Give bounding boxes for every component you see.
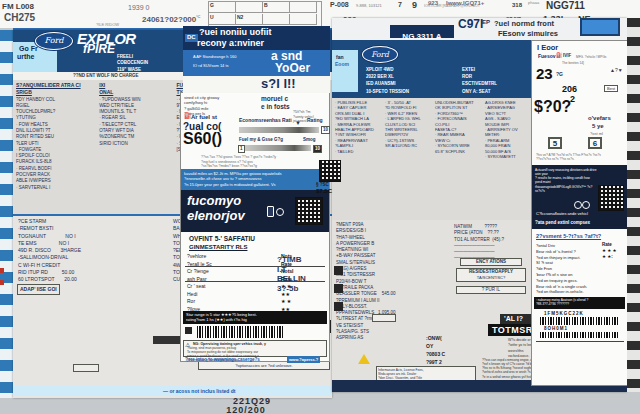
safety-heading: 2?vsment 5-?t?ss ?af?t? xyxy=(536,233,601,241)
small-empty-box xyxy=(73,364,99,372)
code-text: 24061?02?000 xyxy=(142,15,196,25)
banner-line: kavaild miles an $2.Jti m. MPGa per gsio… xyxy=(181,169,329,187)
equipment-item: · TAILLED xyxy=(335,149,381,154)
five-star-ghost: ?TIMB I.T BELLIN 3?-5b xyxy=(277,255,306,293)
safety-row-labels: ?vehlore?erall le ScCr ?iengeash PasrCr … xyxy=(187,253,279,313)
code-grid-cell xyxy=(290,2,317,13)
bottom-blue-strip: — or acoss not inclus listed dt xyxy=(13,386,332,396)
option-line: RID ITUP RD 50.00 xyxy=(18,269,168,276)
agency-box: ENCY ATIONS xyxy=(460,258,522,266)
option-line: -SALLIMOON-DRIVAL xyxy=(18,254,168,261)
star-range-line: Star range is 5 star ★★★?5 being best.ra… xyxy=(183,311,327,323)
nhtsa-line: : nabonwy motsy Aoatson (s afersd ??88-3… xyxy=(534,297,625,306)
slogan-text: Eoom xyxy=(332,61,358,68)
rating-label-4: Smog xyxy=(303,137,316,143)
code-text: ?ILE RIDOW xyxy=(96,22,119,27)
red-tick xyxy=(0,280,4,285)
rating-box-fe: 5 xyxy=(548,137,562,149)
nhtsa-bar: : nabonwy motsy Aoatson (s afersd ??88-3… xyxy=(534,297,625,309)
epa-label-right: I Eoor Fuesov ⛽ IVIF MFG. ?ehicle / MPGs… xyxy=(531,40,628,386)
misc-codes: :ONW(OY?0803 C?99T 2 xyxy=(426,334,445,366)
overlap-tiny: A AF Standsrange h 160 xyxy=(193,54,236,59)
equipment-item: 65 8" SCFPLINK xyxy=(435,149,481,154)
rating-slider xyxy=(239,127,319,133)
vehicle-specs-col1: XPLOIT 4WD2022 BER XLIED AUANSMI10-SPETO… xyxy=(366,66,456,95)
spec-line: 2022 BER XL xyxy=(366,73,456,80)
option-line: TOGNAUNT NO I xyxy=(18,233,168,240)
mfg-label: IVIF xyxy=(563,53,571,59)
fine-print-line: ??ss?s?ss ss?s ??ss ss?s. xyxy=(536,157,601,161)
safety-label: Ror xyxy=(187,298,279,306)
safety-label: ?vehlore xyxy=(187,253,279,261)
window-sticker-scan: FM L008 CH275 1939 0 24061?02?000 °C ?IL… xyxy=(0,0,640,414)
dark-band-lines: Actuarsfl vary reasocing dirivtions anb … xyxy=(535,168,597,193)
qr-code-icon xyxy=(598,185,624,211)
overlap-navy: DC ?uei noniiu uofiit recony a:nviner xyxy=(183,26,330,50)
mid-qr-block: § ?SC $7.5C xyxy=(316,160,342,204)
page-counter: 120/200 xyxy=(226,405,266,414)
misc-code: ?0803 C xyxy=(426,350,445,358)
equipment-items: · ?UPDOWASS WINWED CTR/TIELEIMOUNTILS. T… xyxy=(99,97,172,147)
equipment-column: AG-DRXG KNEE· AIRSIEVE/PAGVIEO SC?TAGS -… xyxy=(482,98,532,220)
rating-label: Economsreenhas Rati xyxy=(239,117,292,124)
star-range-line: rating?rom 1 hs (★★) with t?is hig xyxy=(186,317,327,322)
option-line: ?CE STARM xyxy=(18,218,168,225)
qr-price: $7.5C xyxy=(316,188,342,196)
option-line: ·REMOT BXSTI xyxy=(18,225,168,232)
equipment-item: · SYR/OMAYETT xyxy=(485,154,531,159)
rating-slider xyxy=(245,145,311,151)
red-tick xyxy=(0,268,4,273)
barcode xyxy=(540,317,620,325)
code-grid-cell xyxy=(290,14,317,25)
barcode-anchor xyxy=(185,327,192,334)
code-text: FM L008 xyxy=(2,2,34,12)
code-text: 9-888, 103121 xyxy=(356,3,382,8)
safety-value: ★ ★: xyxy=(602,254,617,260)
epa-bold-right: moruel ce in fosts xyxy=(261,95,290,111)
fueleconomy-text: fucomyo xyxy=(187,194,241,208)
overlap-blue: A AF Standsrange h 160 IO rd SUVsom 14 t… xyxy=(183,50,330,76)
fuel-cost-value: $?0? xyxy=(534,99,571,115)
equipment-column: S?ANQUMELIDER ATRA CI SRIGB ?DY HANBDY C… xyxy=(13,80,96,214)
adap-box: ADAP' IISE GOI xyxy=(17,284,60,295)
code-grid: GBUN2 xyxy=(208,1,322,27)
dark-band-line: Actuarsfl vary reasocing dirivtions anb … xyxy=(535,168,597,176)
vehicle-specs-col2: EXTEIRORESCTIVEDMTRLONY A: SEAT xyxy=(462,66,532,95)
safety-value: ★ ★ ★ xyxy=(602,248,617,254)
overlap-big: YoOer xyxy=(275,62,310,75)
equipment-header: IXI xyxy=(99,82,172,89)
code-grid-cell: N2 xyxy=(236,14,263,25)
slogan-text: urthe xyxy=(13,53,57,61)
spec-line: XPLOIT 4WD xyxy=(366,66,456,73)
code-grid-cell xyxy=(263,14,290,25)
left-perforation-strip xyxy=(0,30,13,398)
rating-label-3: Fuel my & Gsse G?g xyxy=(239,137,283,143)
savings-label-2: 5 ye xyxy=(592,123,604,131)
warning-triangle-icon xyxy=(358,354,370,364)
code-text: 1939 0 xyxy=(128,4,149,12)
slider-marker-icon: ▼ xyxy=(295,120,301,128)
dark-band-line: ? results for mains, inclding condlt how… xyxy=(535,176,597,184)
annual-fuel-cost: S60() xyxy=(183,131,222,147)
right-top-band: NG 3311 A C97I EP ?uel normd front FEson… xyxy=(332,18,627,40)
spec-line: IED AUANSMI xyxy=(366,80,456,87)
equipment-item: SIRID ICTION xyxy=(99,141,172,147)
equipment-item: SR A/1U/OND RC xyxy=(385,143,431,148)
rating-box-smog: 6 xyxy=(588,137,602,149)
epa-fine-print: ??ss ?as ??sl gsoss ?oss ??ss ? gss?s ?s… xyxy=(201,155,276,169)
rating-label-2: Rating xyxy=(307,117,323,124)
misc-code: ?99T 2 xyxy=(426,358,445,366)
dark-band-caption-2: ?ata pend extinl compsex xyxy=(535,220,590,226)
fueleconomy-text-2: elenorjov xyxy=(187,209,245,223)
equipment-header: S?ANQUMELIDER ATRA CI xyxy=(16,82,95,89)
epa-subtitle: Fuesov xyxy=(538,53,556,60)
code-grid-cell: U xyxy=(209,14,236,25)
savings-label: o'vefars xyxy=(588,115,611,123)
option-line: C WI-FI H CREDIT xyxy=(18,262,168,269)
fine-print-line: ??ss ?as ??sl gsoss ?oss ??ss ? gss?s ?s… xyxy=(201,155,276,160)
best-caption: The besttes 14] xyxy=(562,61,584,65)
code-text: Iwww.IGQ71+ xyxy=(446,0,484,8)
overlap-text: recony a:nviner xyxy=(197,38,264,48)
epa-fine-print: ?his ve? A?M ?ss?d ss?s T?iss F?ss?s ?ss… xyxy=(536,153,601,161)
misc-code: :ONW( xyxy=(426,334,445,342)
